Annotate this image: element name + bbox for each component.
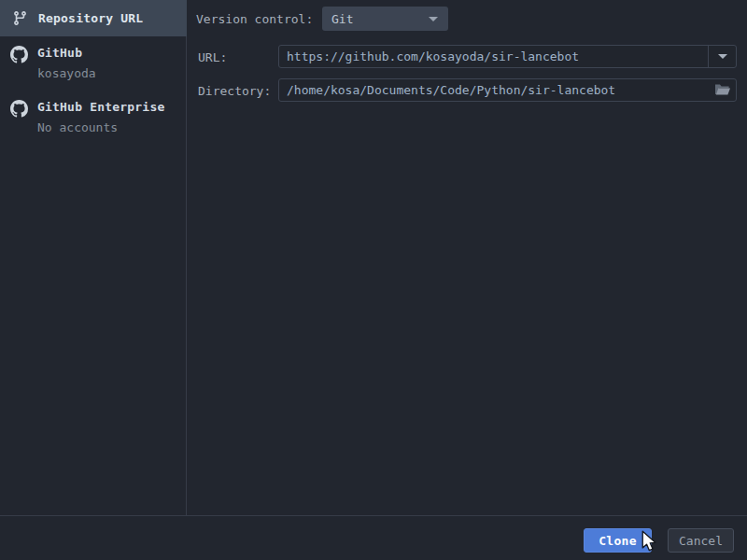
url-dropdown-button[interactable] bbox=[708, 46, 736, 67]
chevron-down-icon bbox=[718, 54, 727, 59]
clone-repository-dialog: Repository URL GitHub kosayoda GitHub En… bbox=[0, 0, 747, 560]
browse-directory-button[interactable] bbox=[708, 79, 736, 101]
sidebar-item-subtitle: kosayoda bbox=[37, 64, 96, 82]
cancel-button[interactable]: Cancel bbox=[668, 528, 734, 553]
directory-field bbox=[278, 78, 737, 102]
sidebar-item-label: GitHub bbox=[37, 44, 96, 62]
sidebar-item-text: GitHub kosayoda bbox=[37, 44, 96, 82]
github-icon bbox=[10, 46, 28, 63]
chevron-down-icon bbox=[429, 17, 438, 21]
url-input[interactable] bbox=[279, 46, 708, 67]
version-control-value: Git bbox=[331, 12, 353, 26]
sidebar-item-github[interactable]: GitHub kosayoda bbox=[10, 44, 96, 82]
clone-button[interactable]: Clone bbox=[584, 528, 652, 553]
git-branch-icon bbox=[12, 10, 28, 26]
sidebar-item-subtitle: No accounts bbox=[37, 119, 164, 136]
directory-label: Directory: bbox=[198, 84, 271, 98]
vcs-sidebar: Repository URL GitHub kosayoda GitHub En… bbox=[0, 0, 187, 515]
open-folder-icon bbox=[714, 83, 730, 97]
dialog-footer: Clone Cancel bbox=[0, 515, 747, 560]
version-control-label: Version control: bbox=[196, 12, 313, 26]
sidebar-item-label: Repository URL bbox=[38, 11, 143, 25]
sidebar-item-repository-url[interactable]: Repository URL bbox=[0, 0, 187, 36]
sidebar-item-label: GitHub Enterprise bbox=[37, 98, 164, 116]
url-label: URL: bbox=[198, 50, 227, 64]
sidebar-item-text: GitHub Enterprise No accounts bbox=[37, 98, 164, 136]
sidebar-item-github-enterprise[interactable]: GitHub Enterprise No accounts bbox=[10, 98, 164, 136]
url-combobox bbox=[278, 45, 737, 68]
version-control-select[interactable]: Git bbox=[322, 7, 448, 31]
directory-input[interactable] bbox=[279, 79, 708, 101]
github-icon bbox=[10, 100, 28, 118]
